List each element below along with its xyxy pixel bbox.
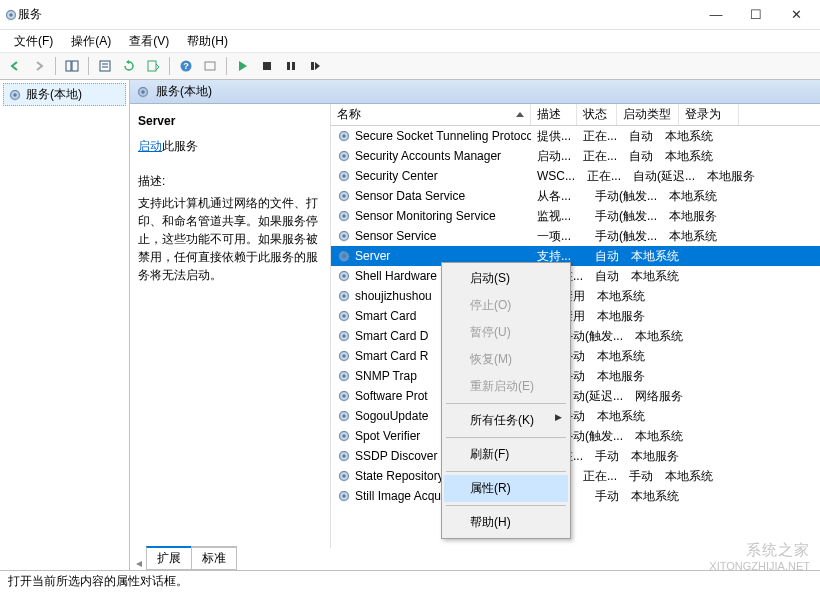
- context-menu-item: 恢复(M): [444, 346, 568, 373]
- gear-icon: [337, 349, 351, 363]
- list-body[interactable]: Secure Socket Tunneling Protocol...提供...…: [331, 126, 820, 548]
- gear-icon: [337, 229, 351, 243]
- tab-extended[interactable]: 扩展: [146, 546, 192, 570]
- context-menu: 启动(S)停止(O)暂停(U)恢复(M)重新启动(E)所有任务(K)刷新(F)属…: [441, 262, 571, 539]
- action-view-button[interactable]: [199, 55, 221, 77]
- status-bar: 打开当前所选内容的属性对话框。: [0, 570, 820, 592]
- back-button[interactable]: [4, 55, 26, 77]
- gear-icon: [337, 269, 351, 283]
- gear-icon: [337, 249, 351, 263]
- column-logon-as[interactable]: 登录为: [679, 104, 739, 125]
- minimize-button[interactable]: —: [696, 1, 736, 29]
- toolbar: ?: [0, 52, 820, 80]
- context-menu-item: 暂停(U): [444, 319, 568, 346]
- pause-service-button[interactable]: [280, 55, 302, 77]
- context-menu-item[interactable]: 所有任务(K): [444, 407, 568, 434]
- close-button[interactable]: ✕: [776, 1, 816, 29]
- tab-standard[interactable]: 标准: [191, 546, 237, 570]
- titlebar: 服务 — ☐ ✕: [0, 0, 820, 30]
- gear-icon: [337, 389, 351, 403]
- context-menu-item[interactable]: 属性(R): [444, 475, 568, 502]
- menu-view[interactable]: 查看(V): [121, 31, 177, 52]
- gear-icon: [337, 449, 351, 463]
- context-menu-item: 停止(O): [444, 292, 568, 319]
- gear-icon: [337, 469, 351, 483]
- svg-rect-13: [292, 62, 295, 70]
- table-row[interactable]: Security Accounts Manager启动...正在...自动本地系…: [331, 146, 820, 166]
- export-button[interactable]: [142, 55, 164, 77]
- restart-service-button[interactable]: [304, 55, 326, 77]
- table-row[interactable]: Smart Card D手动(触发...本地系统: [331, 326, 820, 346]
- table-row[interactable]: State Repository Service为应...正在...手动本地系统: [331, 466, 820, 486]
- table-row[interactable]: Shell Hardware正在...自动本地系统: [331, 266, 820, 286]
- table-row[interactable]: Smart Card禁用本地服务: [331, 306, 820, 326]
- forward-button[interactable]: [28, 55, 50, 77]
- gear-icon: [337, 309, 351, 323]
- refresh-button[interactable]: [118, 55, 140, 77]
- window-title: 服务: [18, 6, 696, 23]
- svg-rect-14: [311, 62, 314, 70]
- svg-rect-7: [148, 61, 156, 71]
- table-row[interactable]: shoujizhushou禁用本地系统: [331, 286, 820, 306]
- table-row[interactable]: Smart Card R手动本地系统: [331, 346, 820, 366]
- svg-rect-10: [205, 62, 215, 70]
- table-row[interactable]: Sensor Monitoring Service监视...手动(触发...本地…: [331, 206, 820, 226]
- menu-action[interactable]: 操作(A): [63, 31, 119, 52]
- pane-header: 服务(本地): [130, 80, 820, 104]
- column-state[interactable]: 状态: [577, 104, 617, 125]
- gear-icon: [337, 189, 351, 203]
- column-name[interactable]: 名称: [331, 104, 531, 125]
- table-row[interactable]: Server支持...自动本地系统: [331, 246, 820, 266]
- gear-icon: [136, 85, 150, 99]
- start-service-link[interactable]: 启动: [138, 139, 162, 153]
- maximize-button[interactable]: ☐: [736, 1, 776, 29]
- menu-file[interactable]: 文件(F): [6, 31, 61, 52]
- context-menu-item[interactable]: 帮助(H): [444, 509, 568, 536]
- stop-service-button[interactable]: [256, 55, 278, 77]
- column-startup-type[interactable]: 启动类型: [617, 104, 679, 125]
- gear-icon: [337, 489, 351, 503]
- context-menu-item: 重新启动(E): [444, 373, 568, 400]
- table-row[interactable]: SogouUpdate手动本地系统: [331, 406, 820, 426]
- service-list-pane: 名称 描述 状态 启动类型 登录为 Secure Socket Tunnelin…: [330, 104, 820, 548]
- tab-strip: ◂ 扩展 标准: [130, 548, 820, 570]
- app-icon: [4, 8, 18, 22]
- table-row[interactable]: Security CenterWSC...正在...自动(延迟...本地服务: [331, 166, 820, 186]
- table-row[interactable]: Sensor Data Service从各...手动(触发...本地系统: [331, 186, 820, 206]
- table-row[interactable]: Software Prot自动(延迟...网络服务: [331, 386, 820, 406]
- table-row[interactable]: Spot Verifier手动(触发...本地系统: [331, 426, 820, 446]
- tree-node-services-local[interactable]: 服务(本地): [3, 83, 126, 106]
- gear-icon: [337, 209, 351, 223]
- gear-icon: [337, 369, 351, 383]
- gear-icon: [337, 169, 351, 183]
- svg-rect-12: [287, 62, 290, 70]
- svg-rect-11: [263, 62, 271, 70]
- menu-help[interactable]: 帮助(H): [179, 31, 236, 52]
- table-row[interactable]: SNMP Trap手动本地服务: [331, 366, 820, 386]
- description-header: 描述:: [138, 173, 322, 190]
- table-row[interactable]: Sensor Service一项...手动(触发...本地系统: [331, 226, 820, 246]
- tree-pane: 服务(本地): [0, 80, 130, 570]
- help-button[interactable]: ?: [175, 55, 197, 77]
- detail-pane: Server 启动此服务 描述: 支持此计算机通过网络的文件、打印、和命名管道共…: [130, 104, 330, 548]
- menubar: 文件(F) 操作(A) 查看(V) 帮助(H): [0, 30, 820, 52]
- gear-icon: [337, 429, 351, 443]
- service-description: 支持此计算机通过网络的文件、打印、和命名管道共享。如果服务停止，这些功能不可用。…: [138, 194, 322, 284]
- gear-icon: [337, 149, 351, 163]
- column-description[interactable]: 描述: [531, 104, 577, 125]
- gear-icon: [337, 409, 351, 423]
- context-menu-item[interactable]: 刷新(F): [444, 441, 568, 468]
- gear-icon: [8, 88, 22, 102]
- properties-button[interactable]: [94, 55, 116, 77]
- selected-service-name: Server: [138, 114, 322, 128]
- show-hide-tree-button[interactable]: [61, 55, 83, 77]
- svg-rect-3: [72, 61, 78, 71]
- gear-icon: [337, 289, 351, 303]
- table-row[interactable]: Secure Socket Tunneling Protocol...提供...…: [331, 126, 820, 146]
- list-header: 名称 描述 状态 启动类型 登录为: [331, 104, 820, 126]
- start-service-button[interactable]: [232, 55, 254, 77]
- context-menu-item[interactable]: 启动(S): [444, 265, 568, 292]
- table-row[interactable]: SSDP Discover正在...手动本地服务: [331, 446, 820, 466]
- gear-icon: [337, 329, 351, 343]
- table-row[interactable]: Still Image Acquisition Events启动...手动本地系…: [331, 486, 820, 506]
